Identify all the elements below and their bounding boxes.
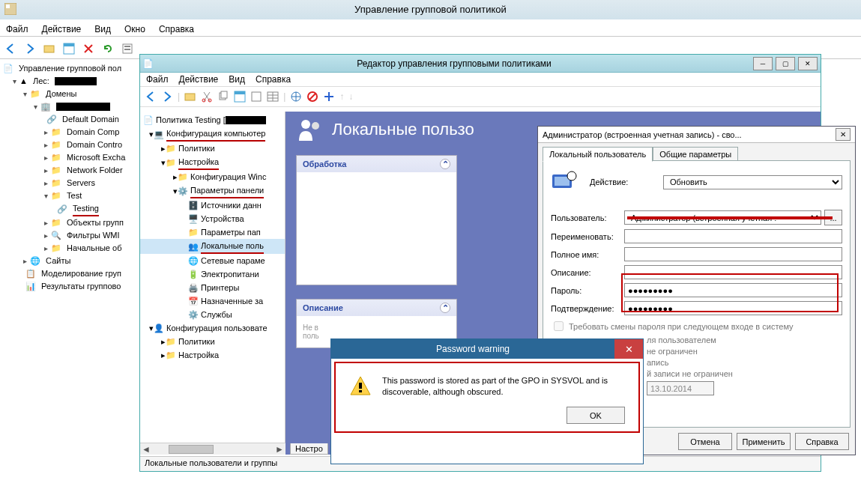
tree-item-test[interactable]: Test xyxy=(67,189,82,202)
gpm-tree[interactable]: 📄 Управление групповой пол ▾▲ Лес: ▾📁 До… xyxy=(3,62,136,482)
delete-x-icon[interactable] xyxy=(81,41,96,56)
refresh-icon[interactable] xyxy=(100,41,115,56)
tree-item[interactable]: Начальные об xyxy=(67,242,121,255)
menu-view[interactable]: Вид xyxy=(93,22,112,36)
app-icon xyxy=(4,3,16,15)
tab-local-user[interactable]: Локальный пользователь xyxy=(543,147,653,162)
scroll-left-icon[interactable]: ◄ xyxy=(140,444,152,455)
window-icon[interactable] xyxy=(61,41,76,56)
policies-node[interactable]: Политики xyxy=(178,142,215,155)
scroll-thumb[interactable] xyxy=(169,445,214,454)
domains-node[interactable]: Домены xyxy=(46,88,76,100)
gp-menubar[interactable]: Файл Действие Вид Справка xyxy=(140,73,821,86)
results-node[interactable]: Результаты группово xyxy=(41,280,121,293)
desc-input[interactable] xyxy=(624,265,842,279)
menu-help[interactable]: Справка xyxy=(157,22,196,36)
cancel-button[interactable]: Отмена xyxy=(678,433,732,450)
folder-icon: 📁 xyxy=(51,242,61,255)
cut-icon[interactable] xyxy=(201,91,213,103)
control-panel-node[interactable]: Параметры панели xyxy=(190,183,264,198)
folder-new-icon[interactable] xyxy=(42,41,57,56)
forward-icon[interactable] xyxy=(161,91,173,103)
user-policies-node[interactable]: Политики xyxy=(178,335,215,348)
gp-tree[interactable]: 📄 Политика Testing [ ▾💻 Конфигурация ком… xyxy=(140,112,286,455)
services-node[interactable]: Службы xyxy=(201,308,232,321)
tree-h-scrollbar[interactable]: ◄ ► xyxy=(140,443,286,455)
forest-icon: ▲ xyxy=(19,75,28,88)
minimize-button[interactable]: ─ xyxy=(753,57,773,70)
gp-menu-view[interactable]: Вид xyxy=(229,74,245,85)
copy-icon[interactable] xyxy=(217,91,229,103)
local-users-node[interactable]: Локальные поль xyxy=(201,239,264,254)
tree-item[interactable]: Domain Comp xyxy=(67,126,119,139)
scroll-right-icon[interactable]: ► xyxy=(274,444,286,455)
power-node[interactable]: Электропитани xyxy=(201,267,259,281)
devices-node[interactable]: Устройства xyxy=(201,212,244,225)
main-menubar[interactable]: Файл Действие Вид Окно Справка xyxy=(4,22,196,36)
tree-item[interactable]: Network Folder xyxy=(67,164,123,177)
apply-button[interactable]: Применить xyxy=(737,433,791,450)
confirm-password-input[interactable] xyxy=(624,301,842,315)
forest-node[interactable]: Лес: xyxy=(33,75,49,88)
stop-icon[interactable] xyxy=(306,91,318,103)
add-icon[interactable] xyxy=(323,91,335,103)
properties-icon[interactable] xyxy=(120,41,135,56)
tree-item[interactable]: Фильтры WMI xyxy=(67,229,120,242)
rename-input[interactable] xyxy=(624,229,842,243)
globe-icon[interactable] xyxy=(290,91,302,103)
modeling-node[interactable]: Моделирование груп xyxy=(41,267,121,280)
svg-rect-1 xyxy=(6,4,10,8)
back-icon[interactable] xyxy=(145,91,157,103)
policy-link-icon: 🔗 xyxy=(57,203,67,216)
user-select[interactable]: Администратор (встроенная учетная : xyxy=(624,210,821,225)
policy-root[interactable]: Политика Testing [ xyxy=(156,113,226,127)
tab-common[interactable]: Общие параметры xyxy=(653,147,738,162)
menu-action[interactable]: Действие xyxy=(40,22,83,36)
props-box-icon[interactable] xyxy=(234,91,246,103)
menu-window[interactable]: Окно xyxy=(123,22,147,36)
folder-params-node[interactable]: Параметры пап xyxy=(201,225,261,239)
properties-icon[interactable] xyxy=(250,91,262,103)
tree-item[interactable]: Microsoft Excha xyxy=(67,151,125,164)
tree-item-testing[interactable]: Testing xyxy=(73,202,99,216)
tree-item[interactable]: Servers xyxy=(67,177,95,189)
fullname-input[interactable] xyxy=(624,247,842,261)
collapse-icon[interactable]: ⌃ xyxy=(440,303,450,313)
gp-menu-action[interactable]: Действие xyxy=(179,74,219,85)
ok-button[interactable]: OK xyxy=(567,407,625,424)
user-config-node[interactable]: Конфигурация пользовате xyxy=(166,321,268,335)
printers-node[interactable]: Принтеры xyxy=(201,281,239,294)
action-select[interactable]: Обновить xyxy=(663,175,842,189)
datasources-node[interactable]: Источники данн xyxy=(201,198,262,212)
maximize-button[interactable]: ▢ xyxy=(776,57,795,70)
bottom-tab[interactable]: Настро xyxy=(290,443,328,455)
sites-node[interactable]: Сайты xyxy=(46,255,70,267)
table-icon[interactable] xyxy=(267,91,279,103)
gp-menu-help[interactable]: Справка xyxy=(256,74,291,85)
close-button[interactable]: ✕ xyxy=(836,128,851,141)
forward-icon[interactable] xyxy=(22,41,37,56)
folder-icon[interactable] xyxy=(184,91,196,103)
gp-menu-file[interactable]: Файл xyxy=(146,74,169,85)
help-button[interactable]: Справка xyxy=(795,433,849,450)
tree-item[interactable]: Domain Contro xyxy=(67,139,122,151)
settings-node[interactable]: Настройка xyxy=(178,155,219,170)
password-input[interactable] xyxy=(624,283,842,297)
back-icon[interactable] xyxy=(3,41,18,56)
tree-item[interactable]: Default Domain xyxy=(62,113,119,126)
collapse-icon[interactable]: ⌃ xyxy=(440,159,450,169)
win-conf-node[interactable]: Конфигурация Winc xyxy=(190,170,266,183)
gp-toolbar: | | ↑ ↓ xyxy=(140,86,821,107)
browse-user-button[interactable]: ... xyxy=(824,210,842,225)
tree-item[interactable]: Объекты групп xyxy=(67,216,124,229)
computer-config-node[interactable]: Конфигурация компьютер xyxy=(166,127,265,142)
net-params-node[interactable]: Сетевые параме xyxy=(201,254,265,267)
tree-root[interactable]: Управление групповой пол xyxy=(19,62,121,75)
menu-file[interactable]: Файл xyxy=(4,22,30,36)
close-button[interactable]: ✕ xyxy=(798,57,818,70)
assigned-node[interactable]: Назначенные за xyxy=(201,294,263,308)
user-settings-node[interactable]: Настройка xyxy=(178,348,219,362)
users-large-icon xyxy=(296,116,323,143)
desc-text: Не в xyxy=(303,324,318,332)
close-button[interactable]: ✕ xyxy=(614,339,643,359)
